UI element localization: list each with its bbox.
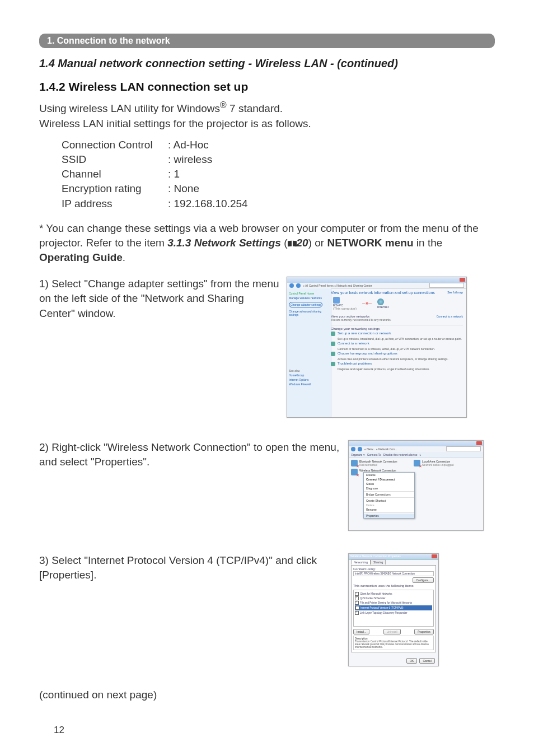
- link-troubleshoot[interactable]: Troubleshoot problems: [338, 362, 372, 366]
- menu-properties[interactable]: Properties: [364, 514, 414, 518]
- link-homegroup[interactable]: Choose homegroup and sharing options: [338, 352, 397, 356]
- search-input[interactable]: [446, 446, 481, 451]
- uses-items-label: This connection uses the following items…: [353, 584, 434, 587]
- toolbar-overflow[interactable]: »: [419, 453, 421, 456]
- menu-connect-disconnect[interactable]: Connect / Disconnect: [364, 477, 414, 482]
- settings-value: : None: [168, 181, 199, 196]
- menu-shortcut[interactable]: Create Shortcut: [364, 498, 414, 503]
- settings-label: Encryption rating: [62, 181, 168, 196]
- back-icon[interactable]: [289, 283, 294, 288]
- pc-sublabel: (This computer): [333, 307, 357, 310]
- protocol-item[interactable]: Client for Microsoft Networks: [360, 592, 392, 595]
- install-button[interactable]: Install...: [353, 629, 369, 634]
- sidebar-link[interactable]: HomeGroup: [289, 374, 329, 377]
- settings-label: Channel: [62, 167, 168, 181]
- forward-icon[interactable]: [296, 283, 301, 288]
- sidebar: Control Panel Home Manage wireless netwo…: [287, 288, 331, 417]
- book-icon: [288, 240, 297, 247]
- registered-mark: ®: [220, 100, 227, 110]
- close-icon[interactable]: [432, 554, 437, 558]
- checkbox-icon[interactable]: [355, 592, 359, 596]
- step-3-text: 3) Select "Internet Protocol Version 4 (…: [39, 553, 341, 583]
- protocol-item[interactable]: File and Printer Sharing for Microsoft N…: [360, 601, 412, 604]
- see-full-map-link[interactable]: See full map: [447, 291, 463, 294]
- menu-disable[interactable]: Disable: [364, 473, 414, 477]
- checkbox-icon[interactable]: [355, 611, 359, 615]
- breadcrumb[interactable]: « Netw... » Network Con...: [364, 447, 444, 451]
- pc-icon: [333, 297, 340, 304]
- main-heading: View your basic network information and …: [331, 291, 463, 295]
- tab-sharing[interactable]: Sharing: [371, 559, 386, 564]
- connection-status: Not connected: [359, 463, 397, 466]
- setup-icon: [331, 332, 335, 336]
- sidebar-link[interactable]: Change advanced sharing settings: [289, 310, 329, 316]
- checkbox-icon[interactable]: [355, 606, 359, 610]
- link-connect-network[interactable]: Connect to a network: [338, 342, 369, 346]
- step-1-row: 1) Select "Change adapter settings" from…: [39, 277, 495, 418]
- checkbox-icon[interactable]: [355, 601, 359, 605]
- settings-label: Connection Control: [62, 138, 168, 152]
- heading-continued: 1.4 Manual network connection setting - …: [39, 57, 495, 70]
- protocol-list[interactable]: Client for Microsoft Networks QoS Packet…: [353, 590, 434, 627]
- note-page-ref: 20: [297, 237, 308, 249]
- sidebar-link[interactable]: Internet Options: [289, 378, 329, 381]
- configure-button[interactable]: Configure...: [413, 577, 434, 583]
- bluetooth-icon: [351, 460, 358, 466]
- menu-diagnose[interactable]: Diagnose: [364, 486, 414, 491]
- back-icon[interactable]: [351, 447, 355, 451]
- toolbar-organize[interactable]: Organize ▾: [351, 453, 365, 456]
- properties-button[interactable]: Properties: [414, 629, 434, 634]
- protocol-item[interactable]: QoS Packet Scheduler: [360, 597, 386, 600]
- note-end: .: [123, 251, 125, 263]
- connection-name: Local Area Connection: [422, 460, 453, 463]
- screenshot-network-sharing-center: « All Control Panel Items » Network and …: [287, 277, 467, 418]
- connect-link[interactable]: Connect to a network: [437, 315, 463, 318]
- toolbar-disable[interactable]: Disable this network device: [383, 453, 418, 456]
- settings-row: Encryption rating : None: [62, 181, 495, 196]
- menu-separator: [364, 491, 414, 492]
- sidebar-see-also: See also: [289, 369, 329, 372]
- close-icon[interactable]: [460, 278, 465, 282]
- link-desc: Connect or reconnect to a wireless, wire…: [338, 347, 463, 351]
- context-menu: Disable Connect / Disconnect Status Diag…: [363, 472, 415, 519]
- tab-networking[interactable]: Networking: [351, 559, 371, 564]
- continued-note: (continued on next page): [39, 689, 495, 701]
- dialog-title: Wireless Network Connection Properties: [350, 554, 401, 558]
- connection-item[interactable]: Bluetooth Network ConnectionNot connecte…: [351, 460, 411, 466]
- intro-text-1: Using wireless LAN utility for Windows: [39, 102, 220, 114]
- uninstall-button: Uninstall: [383, 629, 401, 634]
- intro-paragraph: Using wireless LAN utility for Windows® …: [39, 99, 495, 131]
- toolbar-connect-to[interactable]: Connect To: [367, 453, 381, 456]
- tab-panel: Connect using: Intel(R) PRO/Wireless 394…: [351, 565, 436, 652]
- protocol-item-selected[interactable]: Internet Protocol Version 6 (TCP/IPv6): [360, 606, 404, 609]
- link-setup-connection[interactable]: Set up a new connection or network: [338, 332, 391, 336]
- adapter-field: Intel(R) PRO/Wireless 3945ABG Network Co…: [353, 571, 434, 576]
- description-box: Description Transmission Control Protoco…: [353, 636, 434, 650]
- sidebar-link-change-adapter[interactable]: Change adapter settings: [289, 302, 322, 307]
- checkbox-icon[interactable]: [355, 596, 359, 600]
- connection-status: Network cable unplugged: [422, 463, 453, 466]
- menu-status[interactable]: Status: [364, 482, 414, 486]
- ok-button[interactable]: OK: [406, 658, 417, 664]
- sidebar-home[interactable]: Control Panel Home: [289, 292, 329, 295]
- note-operating-guide: Operating Guide: [39, 251, 123, 263]
- connect-using-label: Connect using:: [353, 567, 434, 571]
- menu-delete: Delete: [364, 503, 414, 507]
- sidebar-link[interactable]: Windows Firewall: [289, 382, 329, 386]
- step-3-row: 3) Select "Internet Protocol Version 4 (…: [39, 553, 495, 666]
- menu-rename[interactable]: Rename: [364, 507, 414, 512]
- close-icon[interactable]: [476, 441, 482, 445]
- cancel-button[interactable]: Cancel: [419, 658, 435, 664]
- search-input[interactable]: [429, 283, 464, 288]
- menu-bridge[interactable]: Bridge Connections: [364, 492, 414, 497]
- forward-icon[interactable]: [358, 447, 362, 451]
- connection-item[interactable]: Local Area ConnectionNetwork cable unplu…: [414, 460, 474, 466]
- breadcrumb[interactable]: « All Control Panel Items » Network and …: [303, 284, 427, 287]
- screenshot-network-connections: « Netw... » Network Con... Organize ▾ Co…: [348, 440, 484, 531]
- disconnected-icon: —✕—: [362, 301, 372, 305]
- settings-row: IP address : 192.168.10.254: [62, 197, 495, 211]
- step-1-text: 1) Select "Change adapter settings" from…: [39, 277, 280, 321]
- footnote: * You can change these settings via a we…: [39, 221, 495, 265]
- protocol-item[interactable]: Link-Layer Topology Discovery Responder: [360, 612, 407, 614]
- sidebar-link[interactable]: Manage wireless networks: [289, 296, 329, 300]
